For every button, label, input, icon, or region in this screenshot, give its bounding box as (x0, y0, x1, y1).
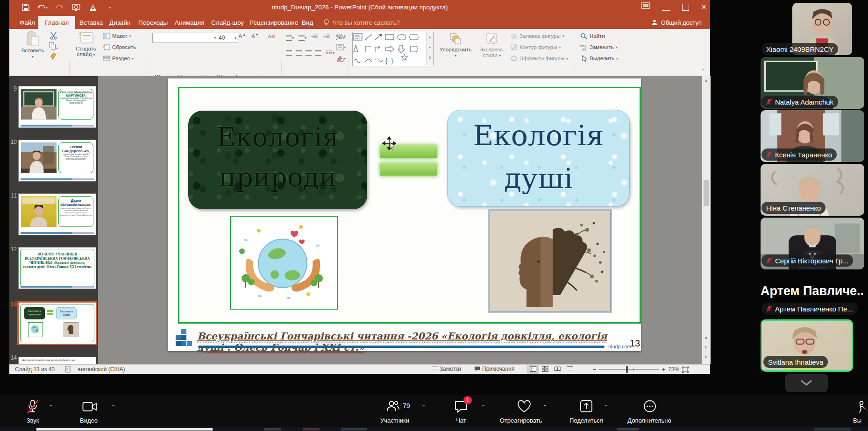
font-size-combo[interactable]: 40▾ (217, 33, 238, 43)
section-button[interactable]: Раздел▾ (103, 55, 134, 62)
zoom-control[interactable]: − + 73% (592, 366, 689, 373)
tab-design[interactable]: Дизайн (107, 16, 132, 29)
audio-options-chevron[interactable]: ⌃ (49, 404, 53, 410)
slideshow-view-button[interactable] (564, 365, 576, 374)
slide-canvas[interactable]: Екологія природи Екологія душі (168, 78, 641, 351)
reset-slide-button[interactable]: Сбросить (103, 44, 136, 50)
align-center-icon[interactable] (296, 50, 302, 56)
format-painter-icon[interactable] (50, 52, 57, 62)
text-direction-icon[interactable]: A▾ (336, 33, 346, 39)
redo-icon[interactable] (54, 3, 64, 12)
shape-fill-button[interactable]: Заливка фигуры▾ (510, 33, 564, 39)
select-button[interactable]: Выделить▾ (580, 55, 618, 62)
increase-font-icon[interactable]: А▲ (238, 33, 246, 40)
notes-button[interactable]: Заметки (432, 366, 461, 372)
slide-thumbnail-13-selected[interactable]: Екологіяприроди Екологіядуші (19, 303, 96, 344)
zoom-in-icon[interactable]: + (662, 366, 665, 373)
participants-options-chevron[interactable]: ⌃ (421, 404, 426, 410)
comments-button[interactable]: Примечания (474, 366, 514, 372)
quick-styles-button[interactable]: Экспресс- стили ▾ (477, 32, 507, 58)
font-color-quick-icon[interactable]: A (88, 3, 98, 12)
cut-icon[interactable] (50, 32, 57, 42)
replace-button[interactable]: abac Заменить▾ (580, 44, 618, 50)
slide-thumbnail-12[interactable]: ВІТАЄМО УЧАСНИКІВ ВСЕУКРАЇНСЬКИХ ГОНЧАРІ… (19, 247, 96, 289)
mic-muted-icon[interactable] (26, 399, 39, 416)
find-button[interactable]: Найти (580, 33, 605, 39)
scrollbar-up-icon[interactable]: ▲ (704, 78, 708, 83)
tab-transitions[interactable]: Переходы (136, 16, 170, 29)
chat-options-chevron[interactable]: ⌃ (481, 404, 485, 410)
collapse-ribbon-icon[interactable]: ⌃ (701, 68, 705, 74)
earth-image[interactable] (230, 216, 338, 310)
share-button[interactable]: Общий доступ (651, 16, 702, 29)
new-slide-button[interactable]: Создать слайд ▾ (72, 31, 100, 57)
leave-icon[interactable] (857, 400, 868, 416)
tab-file[interactable]: Файл (18, 16, 37, 29)
layout-button[interactable]: Макет▾ (103, 33, 131, 39)
tab-animations[interactable]: Анимация (173, 16, 206, 29)
display-options-icon[interactable] (641, 2, 650, 12)
bullets-icon[interactable]: ▾ (286, 35, 294, 41)
shape-effects-button[interactable]: Эффекты фигуры▾ (510, 55, 568, 62)
slide-thumbnail-10[interactable]: Тетяна Бондаревська, директорка музею-са… (19, 140, 96, 181)
restore-button[interactable] (682, 4, 689, 11)
zoom-percentage[interactable]: 73% (668, 366, 679, 373)
shapes-gallery[interactable]: { } ▲▼⊻ (352, 32, 434, 66)
head-tree-image[interactable] (490, 211, 611, 311)
camera-icon[interactable] (82, 401, 97, 414)
paste-button[interactable]: Вставить▾ (20, 31, 46, 59)
slide-thumbnail-9[interactable]: Світлана Миколаївна МАРТИНОВА провідний … (19, 86, 96, 127)
reading-view-button[interactable] (551, 365, 564, 374)
react-options-chevron[interactable]: ⌃ (543, 404, 547, 410)
more-options-icon[interactable] (643, 399, 657, 415)
shapes-gallery-scrollbar[interactable]: ▲▼⊻ (426, 32, 433, 65)
slide-sorter-view-button[interactable] (539, 365, 551, 374)
align-text-icon[interactable]: ▾ (336, 44, 346, 50)
nature-box[interactable]: Екологія природи (188, 111, 367, 209)
font-name-combo[interactable]: ▾ (152, 33, 218, 43)
previous-slide-icon[interactable]: ⇞ (704, 345, 708, 350)
undo-icon[interactable]: ▾ (37, 3, 48, 12)
next-slide-icon[interactable]: ⇟ (704, 354, 708, 359)
language-status[interactable]: английский (США) (78, 366, 125, 373)
save-icon[interactable] (21, 3, 31, 12)
increase-indent-icon[interactable] (323, 34, 331, 42)
scrollbar-down-icon[interactable]: ▼ (704, 336, 708, 340)
close-button[interactable]: × (701, 3, 706, 11)
decrease-font-icon[interactable]: А▼ (251, 33, 259, 40)
equals-bar-bottom[interactable] (380, 163, 437, 176)
main-scrollbar[interactable]: ▲ ▼ ⇞ ⇟ (702, 76, 711, 364)
zoom-out-icon[interactable]: − (592, 366, 596, 373)
shape-outline-button[interactable]: Контур фигуры▾ (510, 44, 561, 50)
justify-icon[interactable] (315, 50, 321, 56)
normal-view-button[interactable] (527, 365, 539, 374)
tab-home[interactable]: Главная (38, 16, 75, 29)
columns-icon[interactable]: ▾ (325, 49, 334, 56)
smartart-icon[interactable]: ▾ (336, 55, 346, 62)
align-left-icon[interactable] (286, 50, 292, 56)
share-options-chevron[interactable]: ⌃ (604, 404, 608, 410)
tab-view[interactable]: Вид (300, 16, 315, 29)
tab-slideshow[interactable]: Слайд-шоу (209, 16, 246, 29)
collapse-videos-button[interactable] (785, 374, 828, 392)
share-screen-icon[interactable] (579, 399, 593, 415)
zoom-slider[interactable] (599, 369, 659, 370)
zoom-slider-thumb[interactable] (626, 366, 628, 373)
align-right-icon[interactable] (306, 50, 312, 56)
quick-access-customize-icon[interactable]: ▾ (105, 3, 115, 12)
slide-thumbnail-14[interactable]: Екологія природи та екологія душі – це (19, 357, 96, 364)
clear-formatting-icon[interactable]: A (267, 32, 276, 42)
minimize-button[interactable] (662, 3, 670, 11)
tell-me-box[interactable]: Что вы хотите сделать? (323, 16, 400, 29)
soul-box[interactable]: Екологія душі (447, 110, 630, 207)
slide-thumbnail-11[interactable]: Дарія Білокобильська, директорка музею-ф… (19, 194, 96, 235)
copy-icon[interactable]: ▾ (49, 42, 58, 51)
numbering-icon[interactable]: ▾ (299, 35, 306, 41)
participants-icon[interactable] (386, 399, 400, 415)
scrollbar-thumb[interactable] (704, 180, 709, 206)
start-slideshow-icon[interactable] (71, 3, 81, 12)
spellcheck-icon[interactable]: x (64, 366, 71, 374)
tab-review[interactable]: Рецензирование (248, 16, 300, 29)
arrange-button[interactable]: Упорядочить▾ (435, 32, 476, 58)
tab-insert[interactable]: Вставка (78, 16, 105, 29)
